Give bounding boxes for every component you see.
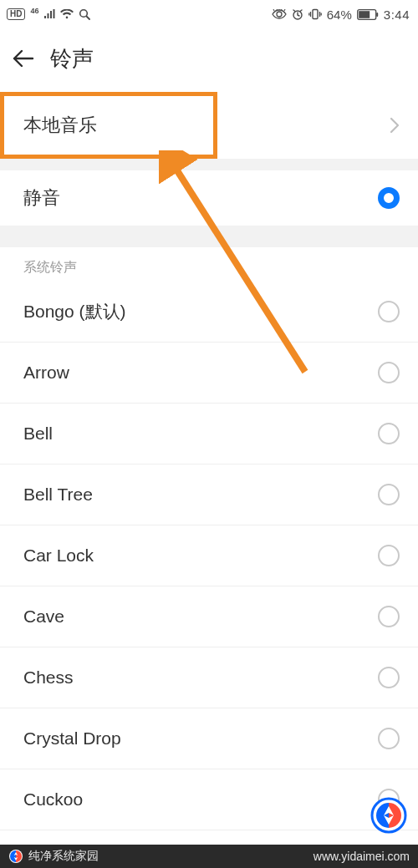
hd-badge: HD bbox=[7, 8, 25, 20]
section-gap-2 bbox=[0, 226, 418, 247]
local-music-row[interactable]: 本地音乐 bbox=[0, 92, 418, 159]
ringtone-label: Car Lock bbox=[23, 546, 94, 566]
svg-rect-6 bbox=[376, 13, 378, 17]
ringtone-radio[interactable] bbox=[378, 484, 400, 505]
ringtone-row[interactable]: Bongo (默认) bbox=[0, 282, 418, 343]
ringtone-row[interactable]: Arrow bbox=[0, 343, 418, 404]
battery-percent: 64% bbox=[327, 8, 352, 22]
status-clock: 3:44 bbox=[384, 8, 410, 22]
ringtone-label: Arrow bbox=[23, 363, 69, 383]
alarm-icon bbox=[292, 8, 303, 20]
battery-icon bbox=[357, 9, 379, 20]
svg-rect-3 bbox=[313, 10, 318, 19]
local-music-label: 本地音乐 bbox=[23, 113, 97, 138]
network-badge: 46 bbox=[30, 7, 38, 15]
ringtone-row[interactable]: Car Lock bbox=[0, 525, 418, 586]
ringtone-label: Bell bbox=[23, 424, 53, 444]
ringtone-row[interactable]: Cave bbox=[0, 586, 418, 647]
vibrate-icon bbox=[308, 8, 322, 20]
ringtone-radio[interactable] bbox=[378, 362, 400, 383]
ringtone-row[interactable]: Chess bbox=[0, 647, 418, 708]
status-bar: HD 46 64% 3 bbox=[0, 0, 418, 28]
page-title: 铃声 bbox=[50, 44, 94, 74]
signal-icon bbox=[43, 9, 55, 19]
back-arrow-icon[interactable] bbox=[12, 48, 35, 69]
footer-left: 纯净系统家园 bbox=[8, 849, 99, 864]
ringtone-label: Crystal Drop bbox=[23, 728, 121, 749]
silent-radio[interactable] bbox=[378, 187, 400, 209]
silent-label: 静音 bbox=[23, 185, 60, 211]
ringtone-radio[interactable] bbox=[378, 301, 400, 322]
wifi-icon bbox=[60, 9, 74, 19]
ringtone-label: Bongo (默认) bbox=[23, 300, 126, 323]
page-header: 铃声 bbox=[0, 28, 418, 89]
status-right: 64% 3:44 bbox=[272, 8, 410, 22]
search-icon bbox=[79, 8, 90, 20]
svg-rect-5 bbox=[359, 11, 370, 18]
ringtone-row[interactable]: Bell bbox=[0, 404, 418, 464]
system-ringtones-section-title: 系统铃声 bbox=[0, 247, 418, 282]
ringtone-radio[interactable] bbox=[378, 728, 400, 749]
ringtone-row[interactable]: Crystal Drop bbox=[0, 708, 418, 769]
watermark-logo bbox=[368, 794, 410, 840]
footer-url: www.yidaimei.com bbox=[314, 850, 410, 863]
footer-brand: 纯净系统家园 bbox=[28, 849, 99, 864]
ringtone-radio[interactable] bbox=[378, 667, 400, 688]
svg-line-1 bbox=[87, 17, 90, 20]
section-gap-1 bbox=[0, 159, 418, 170]
silent-row[interactable]: 静音 bbox=[0, 170, 418, 226]
ringtone-row[interactable]: Bell Tree bbox=[0, 464, 418, 525]
ringtone-label: Cave bbox=[23, 607, 64, 627]
status-left: HD 46 bbox=[7, 8, 90, 20]
ringtone-radio[interactable] bbox=[378, 545, 400, 566]
ringtone-list: Bongo (默认) Arrow Bell Bell Tree Car Lock… bbox=[0, 282, 418, 868]
footer-bar: 纯净系统家园 www.yidaimei.com bbox=[0, 845, 418, 868]
eye-comfort-icon bbox=[272, 9, 287, 19]
ringtone-label: Cuckoo bbox=[23, 789, 83, 810]
chevron-right-icon bbox=[390, 117, 400, 134]
ringtone-label: Chess bbox=[23, 667, 74, 688]
ringtone-radio[interactable] bbox=[378, 606, 400, 627]
ringtone-radio[interactable] bbox=[378, 423, 400, 444]
ringtone-row[interactable]: Cuckoo bbox=[0, 769, 418, 830]
footer-logo-icon bbox=[8, 849, 23, 864]
ringtone-label: Bell Tree bbox=[23, 485, 93, 505]
